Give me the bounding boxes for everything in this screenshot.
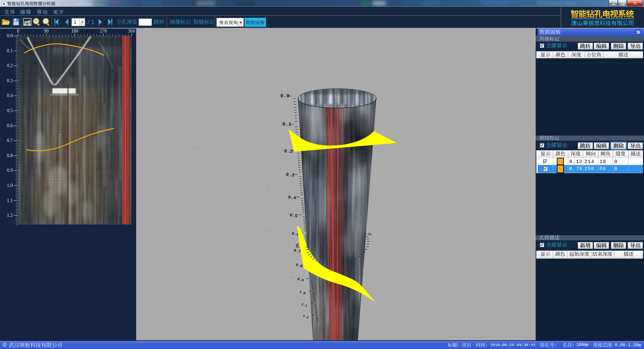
svg-text:1.0: 1.0	[7, 183, 13, 188]
svg-text:90: 90	[44, 29, 49, 34]
svg-text:1.1: 1.1	[7, 198, 13, 203]
svg-text:+: +	[35, 19, 37, 23]
svg-text:1.2: 1.2	[7, 213, 13, 218]
svg-text:0.8: 0.8	[7, 153, 13, 158]
svg-text:1.1: 1.1	[301, 302, 308, 308]
svg-text:0.3: 0.3	[286, 172, 294, 178]
svg-text:0.3: 0.3	[7, 78, 13, 83]
svg-text:0.9: 0.9	[7, 168, 13, 173]
svg-text:0.5: 0.5	[289, 212, 298, 218]
svg-text:0.4: 0.4	[288, 195, 297, 201]
svg-text:0.2: 0.2	[284, 148, 292, 154]
svg-text:-: -	[45, 19, 46, 23]
svg-text:0: 0	[17, 29, 19, 34]
svg-text:180: 180	[71, 29, 78, 34]
svg-text:0.9: 0.9	[297, 277, 304, 283]
svg-text:W: W	[294, 243, 300, 249]
svg-text:0.1: 0.1	[7, 48, 13, 53]
svg-text:270: 270	[100, 29, 107, 34]
svg-text:1.0: 1.0	[299, 290, 306, 295]
svg-text:0.4: 0.4	[7, 93, 13, 98]
svg-text:0.7: 0.7	[293, 248, 301, 254]
svg-text:1.2: 1.2	[302, 314, 309, 319]
svg-text:0.0: 0.0	[7, 33, 13, 38]
svg-text:S: S	[367, 232, 373, 236]
svg-text:0.1: 0.1	[282, 121, 291, 127]
svg-text:0.0: 0.0	[280, 93, 289, 99]
svg-text:0.5: 0.5	[7, 108, 13, 113]
svg-text:0.7: 0.7	[7, 138, 13, 143]
svg-text:0.8: 0.8	[295, 263, 303, 268]
svg-text:0.2: 0.2	[7, 63, 13, 68]
svg-text:360: 360	[128, 29, 135, 34]
svg-text:0.6: 0.6	[7, 123, 13, 128]
